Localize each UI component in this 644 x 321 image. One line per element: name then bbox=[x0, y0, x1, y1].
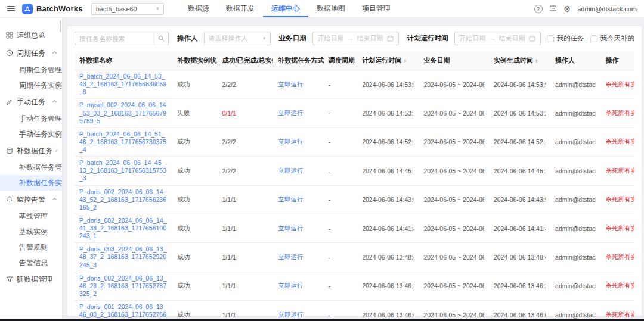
logo-icon bbox=[22, 4, 33, 14]
sidebar-group-patch-data: 补数据任务 补数据任务管理 补数据任务实例 bbox=[0, 142, 62, 191]
cell-created_time: 2024-06-06 14:53:20 bbox=[494, 110, 546, 117]
cell-ratio: 1/1/1 bbox=[222, 311, 268, 319]
sidebar-item-alert-rules[interactable]: 告警规则 bbox=[0, 239, 62, 255]
task-name-link[interactable]: P_doris_003_2024_06_06_13_48_37_2_168163… bbox=[79, 245, 168, 269]
nav-ops-center[interactable]: 运维中心 bbox=[263, 0, 308, 17]
end-date-placeholder: 结束日期 bbox=[357, 34, 383, 43]
my-tasks-checkbox-group[interactable]: 我的任务 bbox=[547, 34, 584, 43]
cell-status: 成功 bbox=[177, 138, 212, 146]
cell-ratio: 1/1/1 bbox=[222, 254, 268, 261]
task-name-link[interactable]: P_batch_2024_06_06_14_53_43_2_168163_171… bbox=[79, 73, 168, 96]
app-window: BatchWorks bacth_base60 ▾ 数据源 数据开发 运维中心 … bbox=[0, 0, 644, 321]
sidebar-item-dirty-data-mgmt[interactable]: 脏数据管理 bbox=[0, 270, 62, 288]
sidebar-label: 基线实例 bbox=[19, 227, 48, 237]
sidebar-group-patch-data-header[interactable]: 补数据任务 bbox=[0, 142, 62, 160]
sidebar-item-patch-data-instance[interactable]: 补数据任务实例 bbox=[0, 175, 62, 191]
sidebar-item-baseline-instance[interactable]: 基线实例 bbox=[0, 224, 62, 239]
instances-table-wrap: 补数据名称补数据实例状态▼成功/已完成/总实例补数据任务方式▼调度周期▼计划运行… bbox=[67, 51, 642, 321]
kill-all-instances-link[interactable]: 杀死所有实例 bbox=[606, 311, 634, 318]
sidebar-label: 脏数据管理 bbox=[17, 275, 52, 285]
nav-data-source[interactable]: 数据源 bbox=[179, 0, 218, 17]
kill-all-instances-link[interactable]: 杀死所有实例 bbox=[606, 282, 634, 289]
cell-operator: admin@dtstack.com bbox=[555, 110, 596, 117]
sidebar-group-cycle-tasks-header[interactable]: 周期任务 bbox=[0, 44, 62, 62]
column-header-name: 补数据名称 bbox=[75, 51, 172, 70]
brand: BatchWorks bbox=[22, 4, 83, 14]
task-name-link[interactable]: P_doris_002_2024_06_06_14_41_38_2_168163… bbox=[79, 217, 168, 240]
kill-all-instances-link[interactable]: 杀死所有实例 bbox=[606, 253, 634, 260]
nav-project-mgmt[interactable]: 项目管理 bbox=[354, 0, 399, 17]
kill-all-instances-link[interactable]: 杀死所有实例 bbox=[606, 80, 634, 88]
sidebar-scrollbar[interactable] bbox=[60, 20, 61, 32]
sort-icon[interactable]: ▲▼ bbox=[403, 58, 407, 64]
cell-operator: admin@dtstack.com bbox=[555, 254, 596, 261]
sidebar-group-monitor-alert-header[interactable]: 监控告警 bbox=[0, 191, 62, 208]
help-icon[interactable]: ? bbox=[534, 5, 543, 13]
cell-ratio: 1/1/1 bbox=[222, 225, 268, 232]
operator-select[interactable]: 请选择操作人 ▾ bbox=[204, 32, 271, 45]
my-patch-checkbox-group[interactable]: 我今天补的 bbox=[590, 34, 635, 43]
sort-icon[interactable]: ▲▼ bbox=[535, 58, 538, 64]
sidebar-group-manual-tasks: 手动任务 手动任务管理 手动任务实例 bbox=[0, 93, 62, 142]
kill-all-instances-link[interactable]: 杀死所有实例 bbox=[606, 167, 634, 174]
cell-mode: 立即运行 bbox=[278, 311, 319, 319]
kill-all-instances-link[interactable]: 杀死所有实例 bbox=[606, 195, 634, 202]
cell-status: 成功 bbox=[177, 225, 212, 233]
sidebar-item-cycle-task-mgmt[interactable]: 周期任务管理 bbox=[0, 62, 62, 77]
sidebar-group-manual-tasks-header[interactable]: 手动任务 bbox=[0, 93, 62, 111]
cell-cycle: - bbox=[329, 138, 352, 145]
task-name-link[interactable]: P_mysql_002_2024_06_06_14_53_03_2_168163… bbox=[79, 101, 168, 124]
cell-mode: 立即运行 bbox=[278, 225, 319, 233]
message-icon[interactable] bbox=[549, 5, 557, 13]
chevron-up-icon bbox=[52, 99, 57, 104]
kill-all-instances-link[interactable]: 杀死所有实例 bbox=[606, 225, 634, 232]
sidebar-item-baseline-mgmt[interactable]: 基线管理 bbox=[0, 208, 62, 224]
sidebar-label: 运维总览 bbox=[17, 30, 45, 40]
task-name-link[interactable]: P_batch_2024_06_06_14_45_13_2_168163_171… bbox=[79, 159, 168, 182]
my-tasks-checkbox[interactable] bbox=[547, 35, 554, 42]
column-label: 实例生成时间 bbox=[494, 57, 533, 64]
filter-icon[interactable]: ▼ bbox=[357, 59, 357, 63]
task-name-link[interactable]: P_batch_2024_06_06_14_51_46_2_168163_171… bbox=[79, 130, 168, 154]
column-header-biz_date: 业务日期 bbox=[419, 51, 488, 70]
cell-ratio: 1/1/1 bbox=[222, 282, 268, 289]
cell-status: 成功 bbox=[177, 253, 212, 261]
menu-icon[interactable] bbox=[7, 6, 15, 11]
my-tasks-label: 我的任务 bbox=[557, 34, 584, 43]
sidebar-item-ops-overview[interactable]: 运维总览 bbox=[0, 26, 62, 44]
search-icon[interactable] bbox=[154, 32, 168, 45]
user-account[interactable]: admin@dtstack.com bbox=[577, 5, 637, 13]
operator-select-placeholder: 请选择操作人 bbox=[209, 34, 248, 43]
sidebar-item-manual-task-instance[interactable]: 手动任务实例 bbox=[0, 126, 62, 142]
overview-icon bbox=[6, 32, 13, 39]
my-patch-checkbox[interactable] bbox=[590, 35, 597, 42]
window-edge bbox=[0, 319, 644, 321]
nav-data-map[interactable]: 数据地图 bbox=[308, 0, 354, 17]
column-header-operator: 操作人 bbox=[550, 51, 601, 70]
cell-mode: 立即运行 bbox=[278, 138, 319, 146]
column-label: 成功/已完成/总实例 bbox=[222, 57, 273, 64]
cell-plan_time: 2024-06-06 13:48:40 bbox=[362, 254, 414, 261]
sidebar-item-alert-info[interactable]: 告警信息 bbox=[0, 255, 62, 270]
search-input[interactable] bbox=[75, 35, 154, 42]
settings-gear-icon[interactable]: ⚙ bbox=[564, 5, 571, 13]
business-date-range-picker[interactable]: 开始日期 → 结束日期 bbox=[312, 32, 399, 45]
sidebar-label: 周期任务 bbox=[17, 48, 45, 58]
kill-all-instances-link[interactable]: 杀死所有实例 bbox=[606, 109, 634, 116]
nav-data-develop[interactable]: 数据开发 bbox=[218, 0, 263, 17]
cell-plan_time: 2024-06-06 14:43:56 bbox=[362, 196, 414, 203]
cell-created_time: 2024-06-06 13:48:40 bbox=[494, 254, 546, 261]
sidebar-item-patch-data-mgmt[interactable]: 补数据任务管理 bbox=[0, 160, 62, 175]
sidebar-item-manual-task-mgmt[interactable]: 手动任务管理 bbox=[0, 111, 62, 126]
cell-plan_time: 2024-06-06 14:53:19 bbox=[362, 110, 414, 117]
kill-all-instances-link[interactable]: 杀死所有实例 bbox=[606, 138, 634, 145]
project-select[interactable]: bacth_base60 ▾ bbox=[91, 3, 164, 15]
cell-cycle: - bbox=[329, 110, 352, 117]
task-name-link[interactable]: P_doris_002_2024_06_06_14_43_52_2_168163… bbox=[79, 188, 168, 211]
column-header-created_time: 实例生成时间▲▼ bbox=[489, 51, 550, 70]
sidebar-item-cycle-task-instance[interactable]: 周期任务实例 bbox=[0, 77, 62, 93]
plan-time-range-picker[interactable]: 开始日期 → 结束日期 bbox=[454, 32, 541, 45]
task-name-link[interactable]: P_doris_002_2024_06_06_13_46_23_2_168163… bbox=[79, 275, 168, 298]
cell-mode: 立即运行 bbox=[278, 109, 319, 117]
pencil-icon bbox=[6, 98, 13, 105]
